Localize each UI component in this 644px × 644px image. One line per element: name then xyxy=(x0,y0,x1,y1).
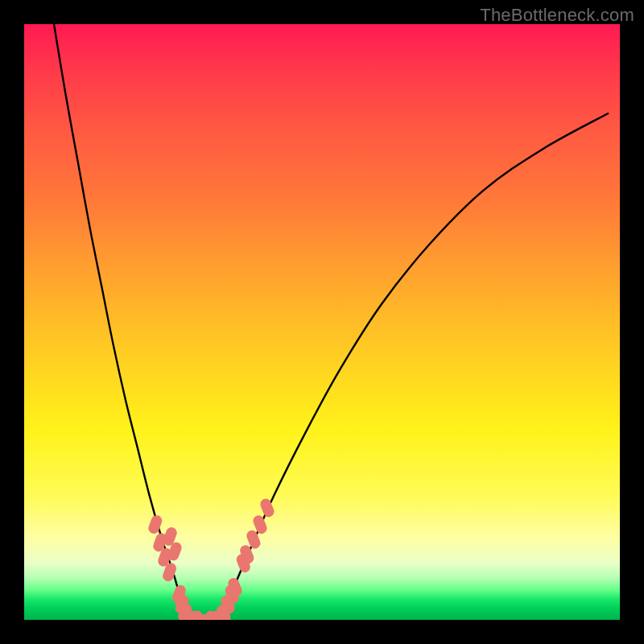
curve-markers xyxy=(147,497,275,620)
watermark-text: TheBottleneck.com xyxy=(480,5,634,26)
marker-left-markers-0 xyxy=(147,514,163,535)
plot-area xyxy=(24,24,620,620)
curve-lines xyxy=(54,24,608,620)
chart-stage: TheBottleneck.com xyxy=(0,0,644,644)
curves-svg xyxy=(24,24,620,620)
series-right-curve xyxy=(221,114,608,620)
marker-right-markers-10 xyxy=(258,497,275,519)
